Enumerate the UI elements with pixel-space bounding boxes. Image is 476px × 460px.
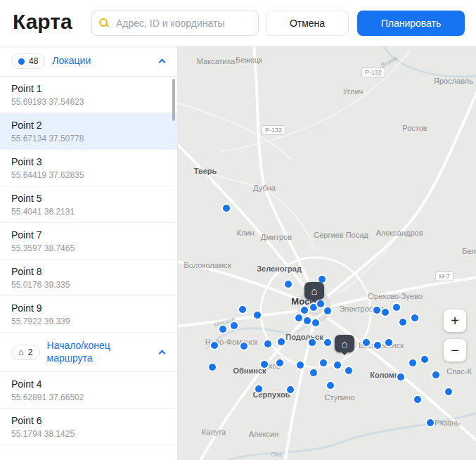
map-point-marker[interactable] <box>309 339 316 346</box>
zoom-out-button[interactable]: − <box>444 339 466 362</box>
list-item[interactable]: Point 255.67134 37.50778 <box>0 113 177 150</box>
point-coords: 55.64419 37.62835 <box>11 170 166 180</box>
count-badge: ⌂2 <box>11 345 40 360</box>
map-point-marker[interactable] <box>276 359 283 366</box>
map-point-marker[interactable] <box>445 388 452 395</box>
page-title: Карта <box>13 10 72 34</box>
road-number-badge: Р-132 <box>361 68 385 77</box>
list-item[interactable]: Point 955.7922 39.339 <box>0 296 177 333</box>
sidebar: 48ЛокацииPoint 155.69193 37.54623Point 2… <box>0 46 178 460</box>
map-point-marker[interactable] <box>374 342 381 349</box>
road-number-badge: М-7 <box>435 271 454 281</box>
count-badge: 48 <box>11 53 45 69</box>
map-point-marker[interactable] <box>287 386 294 393</box>
map-point-marker[interactable] <box>239 306 246 313</box>
point-coords: 55.4041 36.2131 <box>11 207 166 217</box>
depot-house-icon: ⌂ <box>304 282 324 300</box>
map-point-marker[interactable] <box>399 319 406 326</box>
search-icon <box>99 18 109 28</box>
depot-marker-tip <box>341 352 348 359</box>
plan-button[interactable]: Планировать <box>357 11 465 36</box>
map-point-marker[interactable] <box>240 343 247 350</box>
point-name: Point 3 <box>11 156 166 167</box>
map-point-marker[interactable] <box>255 385 262 392</box>
map-point-marker[interactable] <box>264 340 271 347</box>
list-item[interactable]: Point 555.4041 36.2131 <box>0 186 177 223</box>
search-input[interactable] <box>115 17 251 30</box>
point-name: Point 1 <box>11 83 166 94</box>
map-point-marker[interactable] <box>373 307 380 314</box>
section-header[interactable]: ⌂2Начало/конец маршрута <box>0 333 177 372</box>
point-name: Point 8 <box>11 266 166 277</box>
map-point-marker[interactable] <box>261 361 268 368</box>
chevron-up-icon <box>159 350 166 357</box>
point-name: Point 4 <box>11 378 166 390</box>
header-bar: Карта Отмена Планировать <box>0 0 476 46</box>
depot-house-icon: ⌂ <box>335 335 354 352</box>
map-point-marker[interactable] <box>363 339 370 346</box>
map-point-marker[interactable] <box>327 382 334 389</box>
point-name: Point 7 <box>11 229 166 241</box>
map-point-marker[interactable] <box>397 373 404 381</box>
map-point-marker[interactable] <box>334 362 341 369</box>
point-name: Point 2 <box>11 120 166 131</box>
map-point-marker[interactable] <box>409 359 416 366</box>
badge-count: 48 <box>29 56 38 66</box>
section-title: Начало/конец маршрута <box>47 340 153 364</box>
map-point-marker[interactable] <box>304 317 311 324</box>
section-header[interactable]: 48Локации <box>0 46 177 77</box>
map-point-marker[interactable] <box>414 396 421 403</box>
point-name: Point 5 <box>11 193 166 204</box>
section-list: Point 155.69193 37.54623Point 255.67134 … <box>0 77 177 333</box>
map-point-marker[interactable] <box>310 369 317 376</box>
depot-marker[interactable]: ⌂ <box>304 282 324 306</box>
depot-house-icon: ⌂ <box>18 347 24 357</box>
map-point-marker[interactable] <box>432 371 439 378</box>
map-point-marker[interactable] <box>297 362 304 369</box>
search-box[interactable] <box>91 11 259 36</box>
map-point-marker[interactable] <box>301 307 308 314</box>
chevron-up-icon <box>159 59 166 66</box>
badge-count: 2 <box>28 347 33 357</box>
point-coords: 55.0176 39.335 <box>11 280 166 290</box>
map-point-marker[interactable] <box>345 367 352 374</box>
map-point-marker[interactable] <box>231 322 238 329</box>
map-point-marker[interactable] <box>295 314 302 321</box>
depot-marker-tip <box>311 299 318 306</box>
cancel-button[interactable]: Отмена <box>266 11 349 36</box>
map-point-marker[interactable] <box>312 319 319 326</box>
map-point-marker[interactable] <box>278 338 285 345</box>
map-canvas[interactable]: + − МаксатихаБежецкЯрославльУгличРостовТ… <box>178 46 476 460</box>
list-item[interactable]: Point 655.1794 38.1425 <box>0 409 177 445</box>
scrollbar-thumb[interactable] <box>172 79 175 121</box>
map-point-marker[interactable] <box>427 419 434 426</box>
map-point-marker[interactable] <box>223 205 230 212</box>
map-point-marker[interactable] <box>254 312 261 319</box>
map-point-marker[interactable] <box>219 326 226 333</box>
map-point-marker[interactable] <box>411 314 418 321</box>
depot-marker[interactable]: ⌂ <box>335 335 354 359</box>
map-point-marker[interactable] <box>324 339 331 346</box>
map-point-marker[interactable] <box>324 307 331 314</box>
location-dot-icon <box>18 58 25 65</box>
point-coords: 55.3597 38.7465 <box>11 243 166 253</box>
map-point-marker[interactable] <box>285 281 292 288</box>
river-label: Ока <box>271 451 282 458</box>
map-point-marker[interactable] <box>393 304 400 311</box>
map-point-marker[interactable] <box>382 309 389 316</box>
list-item[interactable]: Point 455.62891 37.66502 <box>0 372 177 409</box>
point-coords: 55.1794 38.1425 <box>11 429 166 439</box>
road-number-badge: Р-132 <box>262 125 285 135</box>
zoom-in-button[interactable]: + <box>444 309 466 332</box>
list-item[interactable]: Point 855.0176 39.335 <box>0 260 177 296</box>
map-point-marker[interactable] <box>211 342 218 349</box>
list-item[interactable]: Point 355.64419 37.62835 <box>0 150 177 186</box>
map-point-marker[interactable] <box>385 339 392 346</box>
map-point-marker[interactable] <box>320 359 327 366</box>
list-item[interactable]: Point 755.3597 38.7465 <box>0 223 177 260</box>
point-coords: 55.69193 37.54623 <box>11 97 166 107</box>
map-point-marker[interactable] <box>209 364 216 371</box>
list-item[interactable]: Point 155.69193 37.54623 <box>0 77 177 113</box>
section-title: Локации <box>52 55 153 68</box>
map-point-marker[interactable] <box>421 356 428 363</box>
